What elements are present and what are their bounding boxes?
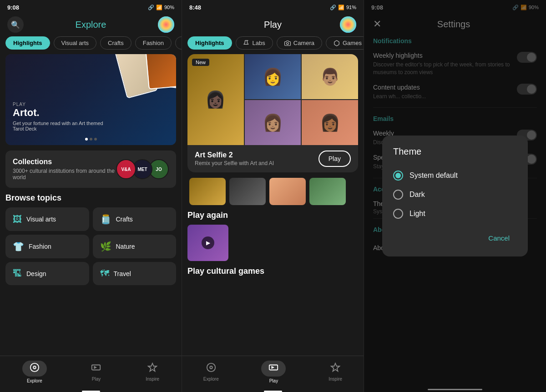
nav-explore-2[interactable]: Explore	[203, 362, 219, 382]
thumb-2[interactable]	[229, 178, 266, 205]
topics-grid: 🖼 Visual arts 🫙 Crafts 👕 Fashion 🌿 Natur…	[5, 207, 176, 285]
thumb-1[interactable]	[189, 178, 226, 205]
play-chips-row: Highlights Labs Camera Games	[182, 36, 364, 54]
selfie-face-4: 👩🏽	[245, 100, 301, 145]
art-selfie-info: Art Selfie 2 Remix your Selfie with Art …	[187, 145, 358, 172]
topic-crafts[interactable]: 🫙 Crafts	[93, 207, 177, 231]
chip-highlights[interactable]: Highlights	[5, 36, 50, 50]
nav-play-label-1: Play	[92, 377, 101, 382]
inspire-nav-icon-1	[147, 362, 157, 375]
nav-inspire-1[interactable]: Inspire	[146, 362, 159, 382]
play-games-title: Play cultural games	[182, 266, 364, 276]
nav-inspire-label-1: Inspire	[146, 377, 159, 382]
svg-marker-4	[148, 363, 157, 371]
radio-dark[interactable]	[393, 190, 403, 200]
tarot-card-2	[144, 54, 176, 90]
art-selfie-images: 👩🏿 👩 👨🏽 👩🏽 👩🏾 New	[187, 54, 358, 145]
status-time-1: 9:08	[7, 4, 19, 11]
svg-point-8	[210, 366, 212, 369]
wifi-icon-1: 📶	[156, 5, 162, 10]
nature-icon: 🌿	[100, 241, 111, 252]
selfie-face-2: 👩	[245, 54, 301, 99]
chip-fashion[interactable]: Fashion	[135, 36, 172, 50]
topic-fashion[interactable]: 👕 Fashion	[5, 235, 89, 258]
collections-logos: V&A MET JO	[116, 159, 169, 179]
topic-design[interactable]: 🏗 Design	[5, 262, 89, 285]
theme-dialog-overlay[interactable]: Theme System default Dark Light Cancel	[364, 0, 546, 392]
chip-crafts[interactable]: Crafts	[100, 36, 131, 50]
collections-desc: 3000+ cultural institutions from around …	[13, 168, 116, 181]
topic-visual-arts[interactable]: 🖼 Visual arts	[5, 207, 89, 231]
hero-text: PLAY Artot. Get your fortune read with a…	[13, 102, 104, 131]
signal-icon-2: 🔗	[330, 5, 336, 10]
nav-play-1[interactable]: Play	[91, 362, 101, 382]
battery-1: 90%	[164, 5, 174, 10]
visual-arts-icon: 🖼	[13, 214, 22, 225]
play-chip-labs[interactable]: Labs	[236, 36, 273, 50]
collections-card[interactable]: Collections 3000+ cultural institutions …	[5, 151, 176, 188]
svg-point-1	[30, 363, 39, 372]
nav-explore[interactable]: Explore	[22, 361, 47, 383]
play-again-thumbnail[interactable]: ▶	[187, 225, 228, 261]
play-chip-camera[interactable]: Camera	[277, 36, 322, 50]
selfie-img-1: 👩🏿	[187, 54, 244, 145]
wifi-icon-2: 📶	[338, 5, 344, 10]
dot-1	[85, 138, 88, 141]
theme-option-light[interactable]: Light	[393, 204, 517, 223]
explore-bottom-nav: Explore Play Inspire	[0, 356, 182, 391]
status-bar-2: 8:48 🔗 📶 91%	[182, 0, 364, 15]
play-circle-icon: ▶	[202, 236, 214, 249]
selfie-img-2: 👩	[245, 54, 301, 99]
topic-travel[interactable]: 🗺 Travel	[93, 262, 177, 285]
nav-explore-label-2: Explore	[203, 377, 219, 382]
travel-icon: 🗺	[100, 268, 109, 279]
theme-dialog-title: Theme	[393, 146, 517, 157]
radio-light[interactable]	[393, 209, 403, 219]
theme-cancel-button[interactable]: Cancel	[481, 231, 517, 246]
new-badge: New	[192, 59, 209, 66]
status-time-2: 8:48	[189, 4, 201, 11]
selfie-face-5: 👩🏾	[302, 100, 358, 145]
explore-panel: 9:08 🔗 📶 90% 🔍 Explore Highlights Visual…	[0, 0, 182, 392]
nav-play-label-2: Play	[269, 378, 278, 383]
art-selfie-card[interactable]: 👩🏿 👩 👨🏽 👩🏽 👩🏾 New Art Selfie 2 Remix you…	[187, 54, 358, 172]
thumb-4[interactable]	[309, 178, 346, 205]
hero-subtitle: Get your fortune read with an Art themed…	[13, 121, 104, 131]
theme-dialog: Theme System default Dark Light Cancel	[382, 136, 528, 256]
art-selfie-play-button[interactable]: Play	[318, 151, 351, 167]
topic-design-label: Design	[26, 270, 46, 277]
nav-inspire-label-2: Inspire	[329, 377, 342, 382]
avatar-button[interactable]	[158, 16, 174, 33]
explore-nav-icon	[30, 364, 40, 374]
play-avatar-btn[interactable]	[340, 16, 356, 33]
chip-visual-arts[interactable]: Visual arts	[54, 36, 96, 50]
topic-visual-arts-label: Visual arts	[26, 216, 56, 223]
topic-nature-label: Nature	[116, 243, 135, 250]
thumb-3[interactable]	[269, 178, 306, 205]
theme-option-dark-label: Dark	[410, 191, 425, 199]
chip-nature[interactable]: Natu...	[175, 36, 182, 50]
dot-2	[90, 138, 92, 141]
nav-explore-icon-wrap	[22, 361, 47, 377]
inspire-nav-icon-2	[330, 362, 340, 375]
topic-nature[interactable]: 🌿 Nature	[93, 235, 177, 258]
play-chip-games[interactable]: Games	[326, 36, 364, 50]
explore-header: 🔍 Explore	[0, 15, 182, 36]
status-bar-1: 9:08 🔗 📶 90%	[0, 0, 182, 15]
play-again-title: Play again	[187, 211, 358, 220]
nav-inspire-2[interactable]: Inspire	[329, 362, 342, 382]
svg-point-2	[33, 366, 36, 369]
design-icon: 🏗	[13, 268, 22, 279]
radio-system-default[interactable]	[393, 171, 403, 181]
theme-option-system[interactable]: System default	[393, 166, 517, 185]
play-nav-icon-1	[91, 362, 101, 375]
nav-play-2[interactable]: Play	[261, 361, 286, 383]
play-again-section: Play again ▶	[182, 211, 364, 266]
nav-play-icon-wrap	[261, 361, 286, 377]
theme-option-dark[interactable]: Dark	[393, 185, 517, 204]
svg-point-6	[286, 42, 288, 45]
thumbnail-row	[182, 178, 364, 211]
search-button[interactable]: 🔍	[7, 16, 24, 33]
hero-card[interactable]: PLAY Artot. Get your fortune read with a…	[5, 54, 176, 145]
play-chip-highlights[interactable]: Highlights	[187, 36, 232, 50]
